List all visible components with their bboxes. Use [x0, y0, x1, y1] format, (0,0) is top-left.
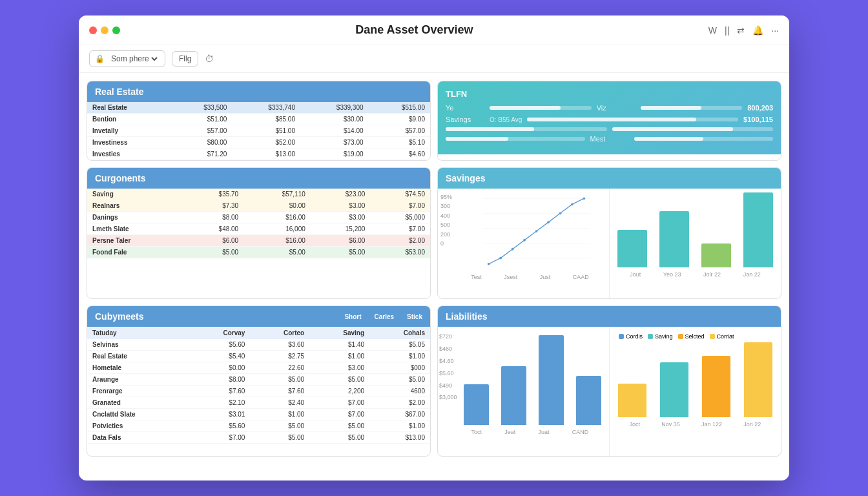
savings-bar-chart: JoutYeo 23Jolr 22Jan 22 [610, 189, 781, 298]
legend-dot [710, 334, 715, 339]
cell: $5,000 [370, 212, 430, 223]
table-row: Selvinas $5.60 $3.60 $1.40 $5.05 [87, 339, 430, 351]
cell: $2.00 [370, 235, 430, 247]
col-stick: Stick [407, 313, 422, 320]
cell: Realnars [87, 200, 184, 212]
svg-point-12 [571, 203, 574, 206]
line-chart-svg [455, 192, 618, 270]
clock-icon[interactable]: ⏱ [205, 54, 214, 64]
w-icon[interactable]: W [708, 25, 717, 36]
location-icon: 🔒 [95, 54, 105, 63]
legend-corriat: Corriat [710, 333, 734, 340]
cell: Bention [87, 114, 170, 125]
cell: $67.00 [369, 409, 430, 420]
table-row: Persne Taler $6.00 $16.00 $6.00 $2.00 [87, 235, 430, 247]
tlfn-row-1: Ye Viz 800,203 [446, 104, 773, 112]
pause-icon[interactable]: || [725, 25, 729, 36]
bell-icon[interactable]: 🔔 [752, 25, 763, 36]
bar-fill [744, 342, 772, 417]
cell: $48.00 [184, 223, 244, 235]
tlfn-bar2 [641, 106, 743, 110]
savings-charts: 95%3004005002000 [438, 189, 781, 298]
tlfn-bar3-fill [527, 118, 696, 121]
table-row: Cnclattd Slate $3.01 $1.00 $7.00 $67.00 [87, 409, 430, 420]
bar-chart-bars [614, 192, 777, 270]
cell: $5.05 [369, 339, 430, 351]
cell: $57,110 [243, 189, 311, 200]
cell: $3.00 [311, 212, 371, 223]
cell: $8.00 [189, 374, 250, 386]
cell: $7.00 [309, 397, 369, 409]
cell: Danings [87, 212, 184, 223]
cell: Hometale [87, 362, 189, 374]
cell: $6.00 [311, 235, 371, 247]
bar-chart-left [442, 331, 605, 428]
cell: Frenrarge [87, 386, 189, 397]
table-row: Lmeth Slate $48.00 16,000 15,200 $7.00 [87, 223, 430, 235]
close-button[interactable] [89, 26, 97, 34]
tlfn-bar6-fill [446, 137, 508, 141]
cell: $13.00 [232, 149, 300, 160]
location-selector[interactable]: 🔒 Som phere [89, 50, 165, 67]
cell: $19.00 [300, 149, 369, 160]
tlfn-bar4-fill [446, 127, 534, 131]
tlfn-value: 800,203 [747, 104, 773, 112]
liab-bar-4 [572, 331, 605, 425]
y-axis-labels: $720 $460 $4.60 $5.60 $490 $3,000 [439, 331, 457, 404]
col-carles: Carles [375, 313, 395, 320]
cell: $5.00 [243, 247, 311, 258]
tlfn-row-4: Mest [446, 135, 773, 143]
cell: $71.20 [170, 149, 232, 160]
cell: $5.00 [250, 374, 309, 386]
liabilities-header: Liabilities [438, 306, 781, 327]
bar-fill [701, 243, 731, 267]
cell: $1.40 [309, 339, 369, 351]
cell: $33,500 [170, 102, 232, 114]
liab-right-bar-1 [614, 342, 652, 417]
cell: Cnclattd Slate [87, 409, 189, 420]
cell: $74.50 [370, 189, 430, 200]
svg-point-8 [523, 239, 526, 242]
cell: $16.00 [243, 212, 311, 223]
more-icon[interactable]: ··· [771, 25, 779, 36]
tlfn-bar7 [634, 137, 774, 141]
tlfn-value2: $100,115 [743, 116, 773, 123]
cell: $5.00 [184, 247, 244, 258]
tlfn-title: TLFN [446, 89, 773, 99]
minimize-button[interactable] [101, 26, 108, 34]
cell: 22.60 [250, 362, 309, 374]
page-title: Dane Asset Overview [120, 23, 708, 37]
cell: $80.00 [170, 137, 232, 149]
col-header-tatuday: Tatuday [87, 327, 189, 339]
tlfn-panel: TLFN Ye Viz 800,203 Savings O: B55 Avg [437, 81, 781, 161]
traffic-lights [89, 26, 120, 34]
table-header-row: Tatuday Corvay Corteo Saving Cohals [87, 327, 430, 339]
maximize-button[interactable] [112, 26, 120, 34]
cubymeets-col-headers: Short Carles Stick [344, 313, 422, 320]
savings-line-chart: 95%3004005002000 [438, 189, 609, 298]
table-row: Bention $51.00 $85.00 $30.00 $9.00 [87, 114, 430, 125]
title-actions: W || ⇄ 🔔 ··· [708, 25, 779, 36]
col-header-corteo: Corteo [250, 327, 309, 339]
file-input[interactable]: Fllg [172, 51, 198, 67]
shuffle-icon[interactable]: ⇄ [737, 25, 745, 36]
cell: Foond Fale [87, 247, 184, 258]
tlfn-label: Ye [446, 104, 484, 112]
col-header-corvay: Corvay [189, 327, 250, 339]
cell: Persne Taler [87, 235, 184, 247]
cell: $1.00 [250, 409, 309, 420]
tlfn-bar-fill [490, 106, 561, 110]
cell: $7.00 [309, 409, 369, 420]
cell: $0.00 [243, 200, 311, 212]
legend-dot [678, 334, 683, 339]
tlfn-content: TLFN Ye Viz 800,203 Savings O: B55 Avg [438, 81, 781, 154]
location-dropdown[interactable]: Som phere [108, 54, 160, 64]
bar-fill [659, 211, 689, 267]
tlfn-option: O: B55 Avg [490, 116, 522, 123]
cell: $5.00 [250, 432, 309, 444]
real-estate-panel: Real Estate Real Estate $33,500 $333,740… [87, 81, 431, 161]
tlfn-bar5-fill [612, 127, 733, 131]
tlfn-savings-label: Savings [446, 116, 484, 123]
curgonents-table: Saving $35.70 $57,110 $23.00 $74.50 Real… [87, 189, 430, 258]
cell: 16,000 [243, 223, 311, 235]
